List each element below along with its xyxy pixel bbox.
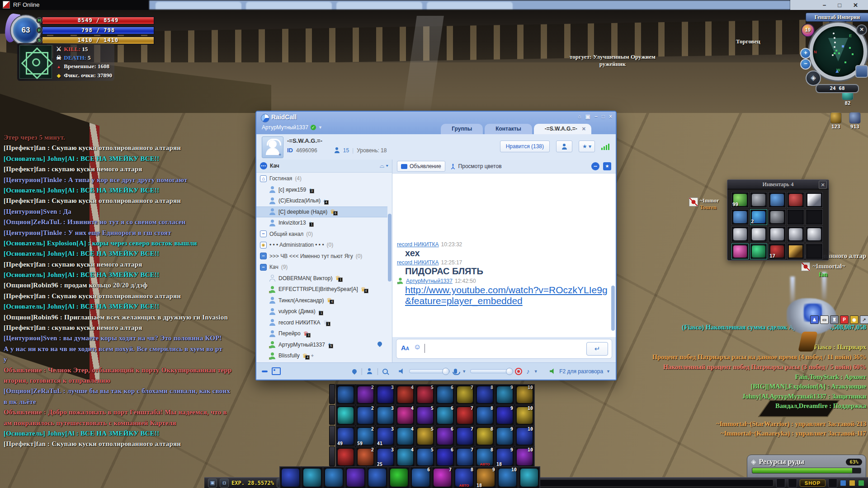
taskbar-mini-icon[interactable] bbox=[840, 480, 846, 486]
hotbar-slot[interactable]: 918 bbox=[495, 447, 514, 467]
chevron-down-icon[interactable]: ▼ bbox=[606, 369, 610, 374]
chat-icon[interactable]: ▭ bbox=[820, 315, 829, 324]
hotbar-slot[interactable]: 7 bbox=[455, 405, 475, 426]
group-chat-icon[interactable]: ••• bbox=[591, 162, 599, 170]
channel-row[interactable]: −>>> ЧВ <<< Именно тут пьют Ягу(0) bbox=[256, 251, 387, 262]
hotbar-slot[interactable]: 4 bbox=[396, 426, 415, 446]
hotbar-slot[interactable]: 49 bbox=[336, 426, 355, 446]
current-user[interactable]: АртурМутный1337 ✓ ▼ bbox=[262, 124, 322, 131]
hotbar-slot[interactable]: 8АВТО bbox=[453, 467, 475, 488]
hotbar-slot[interactable]: 6 bbox=[435, 405, 455, 426]
member-row[interactable]: vulypok (Дима)♦1 bbox=[256, 306, 387, 317]
panel-icon[interactable]: ▣ bbox=[585, 113, 590, 120]
tab-close-icon[interactable]: ✕ bbox=[582, 124, 586, 134]
message-author-link[interactable]: record НИКИТКА bbox=[397, 241, 439, 248]
chevron-down-icon[interactable]: ▼ bbox=[462, 369, 466, 374]
mic-icon[interactable] bbox=[454, 369, 457, 374]
headset-icon[interactable]: ⌓ ▾ bbox=[380, 162, 388, 169]
like-button[interactable]: Нравится (138) bbox=[500, 141, 550, 152]
hotbar-slot[interactable] bbox=[345, 467, 366, 488]
channel-row[interactable]: −Кач(9) bbox=[256, 262, 387, 273]
hotbar-slot[interactable]: 4 bbox=[396, 447, 415, 467]
buff-icon[interactable]: 123 bbox=[830, 112, 842, 130]
member-row[interactable]: DOBERMAN( Виктор)♛1 bbox=[256, 273, 387, 284]
member-row[interactable]: MBlissfully♛4✦ bbox=[256, 350, 387, 361]
taskbar-mini-icon[interactable] bbox=[849, 480, 855, 486]
message-link[interactable]: http://www.youtube.com/watch?v=ROczkYLIe… bbox=[405, 285, 611, 306]
member-list-icon[interactable] bbox=[367, 368, 373, 374]
tab-contacts[interactable]: Контакты bbox=[485, 124, 532, 134]
inventory-slot[interactable] bbox=[731, 226, 749, 242]
hotbar-slot[interactable]: 7 bbox=[432, 467, 453, 488]
hotbar-slot[interactable]: 4 bbox=[396, 385, 415, 405]
buff-icon[interactable]: 913 bbox=[849, 112, 861, 130]
star-box-icon[interactable]: ★ bbox=[603, 162, 611, 170]
inventory-slot[interactable] bbox=[731, 209, 749, 225]
hotbar-slot[interactable]: 10 bbox=[515, 447, 534, 467]
inventory-slot[interactable] bbox=[806, 192, 823, 208]
world-map-button[interactable] bbox=[855, 65, 868, 78]
inventory-slot[interactable] bbox=[750, 226, 767, 242]
chevron-down-icon[interactable]: ▼ bbox=[534, 369, 538, 374]
party-icon[interactable]: P bbox=[840, 315, 849, 324]
member-row[interactable]: (C)Ekudza(Илья)♦4 bbox=[256, 195, 387, 206]
tab-groups[interactable]: Группы bbox=[441, 124, 483, 134]
hotbar-slot[interactable] bbox=[323, 467, 344, 488]
hotbar-slot[interactable] bbox=[336, 405, 355, 426]
home-icon[interactable]: ⌂ bbox=[578, 113, 581, 120]
channel-row[interactable]: ◉• • • Administration • • •(0) bbox=[256, 239, 387, 251]
push-to-talk-label[interactable]: F2 для разговора bbox=[559, 368, 603, 375]
zoom-in-button[interactable]: + bbox=[800, 48, 811, 59]
hotbar-slot[interactable]: 8 bbox=[475, 426, 495, 446]
maximize-icon[interactable]: □ bbox=[838, 2, 841, 9]
hotbar-slot[interactable]: 8 bbox=[475, 405, 495, 426]
hotbar-slot[interactable]: 7 bbox=[455, 426, 475, 446]
minimize-icon[interactable]: − bbox=[823, 2, 826, 9]
hotbar-slot[interactable]: 259 bbox=[356, 426, 375, 446]
hotbar-slot[interactable]: 4 bbox=[396, 405, 415, 426]
hotbar-slot[interactable]: 325 bbox=[376, 447, 395, 467]
shop-button[interactable]: SHOP bbox=[800, 479, 826, 487]
member-row[interactable]: [C] deepblue (Надя)♛6 bbox=[256, 206, 387, 218]
hotbar-slot[interactable]: 5 bbox=[415, 385, 435, 405]
member-row[interactable]: Тинкл(Александр)♛4 bbox=[256, 295, 387, 306]
member-row[interactable]: record НИКИТКА♛1 bbox=[256, 317, 387, 328]
inventory-slot[interactable] bbox=[769, 209, 786, 225]
zoom-out-button[interactable]: − bbox=[800, 59, 811, 70]
channel-row[interactable]: ⌂Гостиная(4) bbox=[256, 173, 387, 184]
inventory-slot[interactable]: 99 bbox=[731, 192, 749, 208]
taskbar-slot[interactable] bbox=[788, 479, 797, 488]
music-icon[interactable]: ♪ bbox=[526, 367, 530, 375]
hotbar-slot[interactable] bbox=[367, 467, 388, 488]
channel-row[interactable]: −Общий канал(0) bbox=[256, 229, 387, 240]
view-colors-button[interactable]: Просмотр цветов bbox=[450, 163, 502, 169]
hotbar-slot[interactable]: 5 bbox=[415, 426, 435, 446]
minimap-close-icon[interactable]: ✕ bbox=[856, 24, 867, 35]
raidcall-titlebar[interactable]: RaidCall ⌂ ▣ − □ × АртурМутный1337 ✓ ▼ Г… bbox=[256, 112, 616, 134]
gem-button[interactable]: ◈ bbox=[806, 70, 821, 86]
inventory-slot[interactable] bbox=[769, 226, 786, 242]
hotbar-slot[interactable]: 918 bbox=[475, 467, 496, 488]
hotbar-slot[interactable]: 6 bbox=[435, 426, 455, 446]
hotbar-slot[interactable]: 5 bbox=[415, 447, 435, 467]
member-row[interactable]: Перейро♛3 bbox=[256, 328, 387, 339]
location-icon[interactable] bbox=[351, 368, 358, 374]
hotbar-slot[interactable]: 6 bbox=[410, 467, 431, 488]
scrollbar-thumb[interactable] bbox=[611, 286, 615, 331]
message-author-link[interactable]: record НИКИТКА bbox=[397, 259, 439, 266]
taskbar-mini-icon[interactable] bbox=[858, 480, 864, 486]
hotbar-slot[interactable]: 6 bbox=[435, 447, 455, 467]
hotbar-slot[interactable]: 3 bbox=[376, 405, 395, 426]
taskbar-slot[interactable] bbox=[828, 479, 837, 488]
hotbar-slot[interactable]: 6 bbox=[435, 385, 455, 405]
inventory-slot[interactable] bbox=[787, 192, 804, 208]
member-row[interactable]: [c] ярик159♦3 bbox=[256, 184, 387, 196]
inventory-close-icon[interactable]: ✕ bbox=[819, 181, 827, 189]
hotbar-slot[interactable]: 9 bbox=[495, 385, 514, 405]
hotbar-slot[interactable] bbox=[302, 467, 323, 488]
speaker-icon[interactable] bbox=[399, 368, 405, 375]
hotbar-page-tabs[interactable] bbox=[329, 384, 335, 466]
search-icon[interactable] bbox=[382, 369, 388, 374]
hotbar-slot[interactable] bbox=[519, 467, 540, 488]
hotbar-slot[interactable]: 2 bbox=[356, 405, 375, 426]
